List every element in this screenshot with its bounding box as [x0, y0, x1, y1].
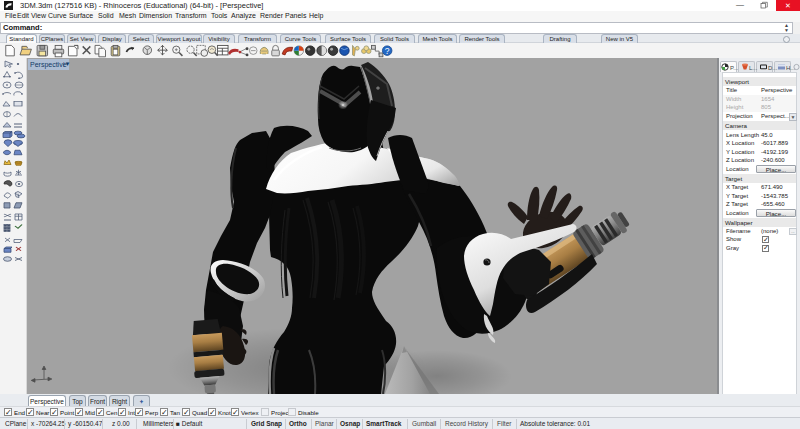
svg-text:P...: P... [730, 65, 739, 71]
svg-text:?: ? [385, 46, 390, 56]
svg-text:D...: D... [768, 65, 778, 71]
svg-text:L...: L... [749, 65, 758, 71]
